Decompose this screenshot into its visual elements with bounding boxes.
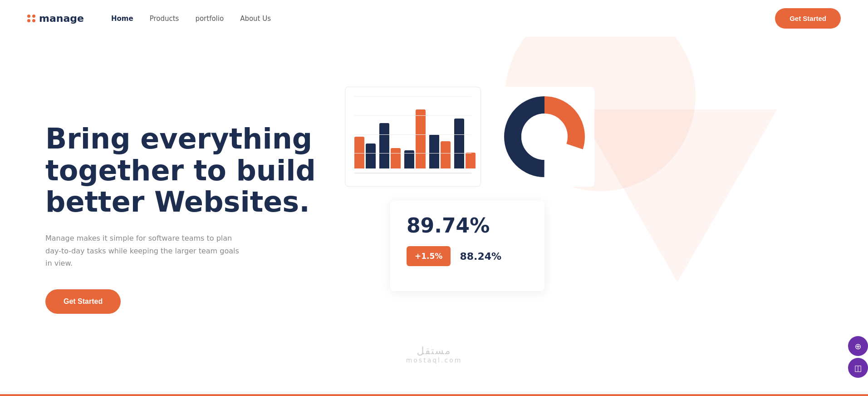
stats-row: +1.5% 88.24% [407, 246, 528, 266]
bottom-accent-bar [0, 394, 868, 396]
hero-content-left: Bring everything together to build bette… [45, 123, 318, 314]
logo-dot-4 [32, 19, 35, 22]
logo-dot-2 [32, 15, 35, 18]
stats-secondary-value: 88.24% [460, 251, 501, 262]
bar-orange-4 [441, 141, 451, 168]
widget-button-2[interactable]: ◫ [848, 358, 868, 378]
widget-icon-2: ◫ [854, 363, 862, 373]
nav-item-about[interactable]: About Us [240, 14, 271, 23]
hero-visuals: 89.74% +1.5% 88.24% [318, 82, 841, 355]
bar-group-1 [354, 137, 376, 168]
stats-card: 89.74% +1.5% 88.24% [390, 200, 544, 291]
bar-navy-2 [379, 123, 389, 168]
widget-button-1[interactable]: ⊕ [848, 336, 868, 356]
bar-group-3 [404, 109, 426, 168]
nav-cta-button[interactable]: Get Started [775, 8, 841, 29]
hero-cta-button[interactable]: Get Started [45, 289, 121, 314]
nav-links: Home Products portfolio About Us [111, 14, 775, 23]
nav-item-products[interactable]: Products [150, 14, 179, 23]
hero-section: Bring everything together to build bette… [0, 37, 868, 391]
watermark: مستقل mostaql.com [406, 345, 462, 364]
watermark-arabic: مستقل [406, 345, 462, 356]
bar-chart-card [345, 87, 481, 187]
bar-group-4 [429, 134, 451, 168]
bar-orange-2 [391, 148, 401, 168]
logo-dots [27, 15, 35, 23]
hero-headline: Bring everything together to build bette… [45, 123, 318, 218]
donut-svg [504, 96, 585, 178]
bar-navy-3 [404, 150, 414, 168]
nav-item-portfolio[interactable]: portfolio [195, 14, 224, 23]
nav-link-portfolio[interactable]: portfolio [195, 15, 224, 23]
donut-chart-card [495, 87, 594, 187]
logo-dot-3 [27, 19, 30, 22]
bar-orange-5 [466, 153, 476, 168]
widget-icon-1: ⊕ [854, 342, 861, 351]
hero-subtext: Manage makes it simple for software team… [45, 232, 245, 269]
svg-point-1 [521, 114, 568, 160]
stats-badge: +1.5% [407, 246, 451, 266]
nav-link-products[interactable]: Products [150, 15, 179, 23]
side-widget: ⊕ ◫ [848, 336, 868, 378]
logo: manage [27, 13, 84, 24]
bar-navy-5 [454, 119, 464, 168]
bar-group-5 [454, 119, 476, 168]
nav-link-home[interactable]: Home [111, 15, 133, 23]
bar-orange-1 [354, 137, 364, 168]
bar-navy-1 [366, 144, 376, 168]
bar-navy-4 [429, 134, 439, 168]
nav-link-about[interactable]: About Us [240, 15, 271, 23]
logo-dot-1 [27, 15, 30, 18]
bar-group-2 [379, 123, 401, 168]
stats-big-value: 89.74% [407, 214, 528, 237]
watermark-latin: mostaql.com [406, 356, 462, 364]
nav-item-home[interactable]: Home [111, 14, 133, 23]
bar-orange-3 [416, 109, 426, 168]
navbar: manage Home Products portfolio About Us … [0, 0, 868, 37]
brand-name: manage [39, 13, 84, 24]
bar-chart [354, 96, 471, 173]
